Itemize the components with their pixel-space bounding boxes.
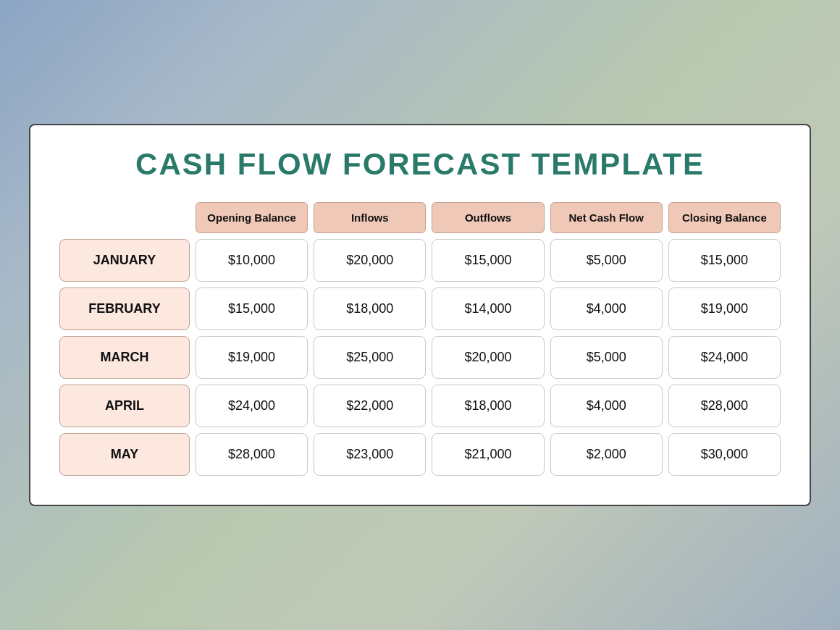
data-cell-march-opening_balance: $19,000 [196,336,308,379]
data-cell-february-inflows: $18,000 [314,287,426,330]
main-card: CASH FLOW FORECAST TEMPLATE Opening Bala… [29,124,811,506]
data-cell-april-outflows: $18,000 [432,385,544,427]
data-cell-may-inflows: $23,000 [314,433,426,476]
title-section: CASH FLOW FORECAST TEMPLATE [59,147,781,182]
header-cell-closing_balance: Closing Balance [668,202,781,233]
data-cell-february-opening_balance: $15,000 [196,287,308,330]
data-cell-march-closing_balance: $24,000 [668,336,781,379]
header-cell-opening_balance: Opening Balance [196,202,308,233]
month-cell-may: MAY [59,433,190,476]
month-cell-january: JANUARY [59,239,190,282]
data-cell-april-opening_balance: $24,000 [196,385,308,427]
header-cell-net_cash_flow: Net Cash Flow [550,202,663,233]
month-cell-february: FEBRUARY [59,287,190,330]
data-cell-march-outflows: $20,000 [432,336,544,379]
month-cell-march: MARCH [59,336,190,379]
data-cell-february-net_cash_flow: $4,000 [550,287,663,330]
data-cell-april-inflows: $22,000 [314,385,426,427]
data-cell-january-opening_balance: $10,000 [196,239,308,282]
data-cell-may-closing_balance: $30,000 [668,433,781,476]
data-cell-march-net_cash_flow: $5,000 [550,336,663,379]
data-cell-april-net_cash_flow: $4,000 [550,385,663,427]
data-cell-may-net_cash_flow: $2,000 [550,433,663,476]
page-title: CASH FLOW FORECAST TEMPLATE [59,147,781,182]
data-cell-february-outflows: $14,000 [432,287,544,330]
header-cell-outflows: Outflows [432,202,544,233]
table-container: Opening BalanceInflowsOutflowsNet Cash F… [59,202,781,476]
data-cell-march-inflows: $25,000 [314,336,426,379]
data-cell-january-outflows: $15,000 [432,239,544,282]
data-cell-january-closing_balance: $15,000 [668,239,781,282]
data-cell-may-opening_balance: $28,000 [196,433,308,476]
data-cell-january-inflows: $20,000 [314,239,426,282]
month-cell-april: APRIL [59,385,190,427]
data-cell-february-closing_balance: $19,000 [668,287,781,330]
header-cell-inflows: Inflows [314,202,426,233]
header-spacer [59,202,190,233]
data-cell-april-closing_balance: $28,000 [668,385,781,427]
table-grid: Opening BalanceInflowsOutflowsNet Cash F… [59,202,781,476]
data-cell-may-outflows: $21,000 [432,433,544,476]
data-cell-january-net_cash_flow: $5,000 [550,239,663,282]
